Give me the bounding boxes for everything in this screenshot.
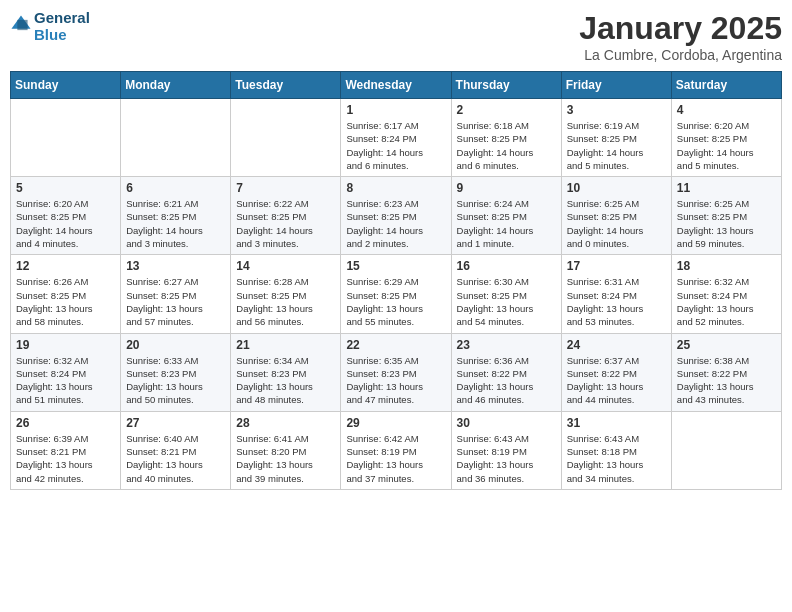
- day-cell: 20Sunrise: 6:33 AMSunset: 8:23 PMDayligh…: [121, 333, 231, 411]
- week-row-1: 1Sunrise: 6:17 AMSunset: 8:24 PMDaylight…: [11, 99, 782, 177]
- day-number: 18: [677, 259, 776, 273]
- day-cell: 6Sunrise: 6:21 AMSunset: 8:25 PMDaylight…: [121, 177, 231, 255]
- day-cell: 17Sunrise: 6:31 AMSunset: 8:24 PMDayligh…: [561, 255, 671, 333]
- day-cell: 9Sunrise: 6:24 AMSunset: 8:25 PMDaylight…: [451, 177, 561, 255]
- week-row-4: 19Sunrise: 6:32 AMSunset: 8:24 PMDayligh…: [11, 333, 782, 411]
- day-info: Sunrise: 6:32 AMSunset: 8:24 PMDaylight:…: [677, 275, 776, 328]
- day-info: Sunrise: 6:20 AMSunset: 8:25 PMDaylight:…: [16, 197, 115, 250]
- day-number: 31: [567, 416, 666, 430]
- day-info: Sunrise: 6:20 AMSunset: 8:25 PMDaylight:…: [677, 119, 776, 172]
- day-number: 14: [236, 259, 335, 273]
- page: General Blue January 2025 La Cumbre, Cor…: [0, 0, 792, 612]
- day-number: 12: [16, 259, 115, 273]
- day-info: Sunrise: 6:26 AMSunset: 8:25 PMDaylight:…: [16, 275, 115, 328]
- day-number: 2: [457, 103, 556, 117]
- day-number: 4: [677, 103, 776, 117]
- day-info: Sunrise: 6:19 AMSunset: 8:25 PMDaylight:…: [567, 119, 666, 172]
- day-info: Sunrise: 6:39 AMSunset: 8:21 PMDaylight:…: [16, 432, 115, 485]
- day-info: Sunrise: 6:21 AMSunset: 8:25 PMDaylight:…: [126, 197, 225, 250]
- day-number: 10: [567, 181, 666, 195]
- day-cell: 14Sunrise: 6:28 AMSunset: 8:25 PMDayligh…: [231, 255, 341, 333]
- day-info: Sunrise: 6:31 AMSunset: 8:24 PMDaylight:…: [567, 275, 666, 328]
- day-cell: 27Sunrise: 6:40 AMSunset: 8:21 PMDayligh…: [121, 411, 231, 489]
- day-cell: 2Sunrise: 6:18 AMSunset: 8:25 PMDaylight…: [451, 99, 561, 177]
- day-cell: 25Sunrise: 6:38 AMSunset: 8:22 PMDayligh…: [671, 333, 781, 411]
- day-cell: 28Sunrise: 6:41 AMSunset: 8:20 PMDayligh…: [231, 411, 341, 489]
- day-number: 6: [126, 181, 225, 195]
- day-number: 23: [457, 338, 556, 352]
- day-cell: 23Sunrise: 6:36 AMSunset: 8:22 PMDayligh…: [451, 333, 561, 411]
- day-info: Sunrise: 6:33 AMSunset: 8:23 PMDaylight:…: [126, 354, 225, 407]
- day-number: 11: [677, 181, 776, 195]
- day-number: 1: [346, 103, 445, 117]
- day-number: 7: [236, 181, 335, 195]
- day-number: 16: [457, 259, 556, 273]
- day-number: 25: [677, 338, 776, 352]
- day-cell: 19Sunrise: 6:32 AMSunset: 8:24 PMDayligh…: [11, 333, 121, 411]
- day-cell: 30Sunrise: 6:43 AMSunset: 8:19 PMDayligh…: [451, 411, 561, 489]
- week-row-3: 12Sunrise: 6:26 AMSunset: 8:25 PMDayligh…: [11, 255, 782, 333]
- day-number: 28: [236, 416, 335, 430]
- day-number: 22: [346, 338, 445, 352]
- day-cell: 31Sunrise: 6:43 AMSunset: 8:18 PMDayligh…: [561, 411, 671, 489]
- day-cell: 29Sunrise: 6:42 AMSunset: 8:19 PMDayligh…: [341, 411, 451, 489]
- day-number: 5: [16, 181, 115, 195]
- day-header-friday: Friday: [561, 72, 671, 99]
- day-info: Sunrise: 6:25 AMSunset: 8:25 PMDaylight:…: [567, 197, 666, 250]
- day-info: Sunrise: 6:28 AMSunset: 8:25 PMDaylight:…: [236, 275, 335, 328]
- day-number: 26: [16, 416, 115, 430]
- calendar-table: SundayMondayTuesdayWednesdayThursdayFrid…: [10, 71, 782, 490]
- title-section: January 2025 La Cumbre, Cordoba, Argenti…: [579, 10, 782, 63]
- day-cell: [671, 411, 781, 489]
- day-cell: 5Sunrise: 6:20 AMSunset: 8:25 PMDaylight…: [11, 177, 121, 255]
- week-row-5: 26Sunrise: 6:39 AMSunset: 8:21 PMDayligh…: [11, 411, 782, 489]
- day-info: Sunrise: 6:42 AMSunset: 8:19 PMDaylight:…: [346, 432, 445, 485]
- day-info: Sunrise: 6:29 AMSunset: 8:25 PMDaylight:…: [346, 275, 445, 328]
- day-cell: 7Sunrise: 6:22 AMSunset: 8:25 PMDaylight…: [231, 177, 341, 255]
- day-number: 24: [567, 338, 666, 352]
- week-row-2: 5Sunrise: 6:20 AMSunset: 8:25 PMDaylight…: [11, 177, 782, 255]
- day-cell: 22Sunrise: 6:35 AMSunset: 8:23 PMDayligh…: [341, 333, 451, 411]
- day-cell: 10Sunrise: 6:25 AMSunset: 8:25 PMDayligh…: [561, 177, 671, 255]
- day-cell: 24Sunrise: 6:37 AMSunset: 8:22 PMDayligh…: [561, 333, 671, 411]
- location: La Cumbre, Cordoba, Argentina: [579, 47, 782, 63]
- days-header-row: SundayMondayTuesdayWednesdayThursdayFrid…: [11, 72, 782, 99]
- day-number: 30: [457, 416, 556, 430]
- day-header-tuesday: Tuesday: [231, 72, 341, 99]
- day-cell: 18Sunrise: 6:32 AMSunset: 8:24 PMDayligh…: [671, 255, 781, 333]
- day-info: Sunrise: 6:18 AMSunset: 8:25 PMDaylight:…: [457, 119, 556, 172]
- day-cell: [231, 99, 341, 177]
- day-number: 9: [457, 181, 556, 195]
- day-number: 21: [236, 338, 335, 352]
- day-info: Sunrise: 6:25 AMSunset: 8:25 PMDaylight:…: [677, 197, 776, 250]
- logo-text: General Blue: [34, 10, 90, 43]
- day-cell: 21Sunrise: 6:34 AMSunset: 8:23 PMDayligh…: [231, 333, 341, 411]
- day-info: Sunrise: 6:24 AMSunset: 8:25 PMDaylight:…: [457, 197, 556, 250]
- logo-icon: [10, 14, 32, 36]
- day-info: Sunrise: 6:37 AMSunset: 8:22 PMDaylight:…: [567, 354, 666, 407]
- day-number: 15: [346, 259, 445, 273]
- day-cell: [11, 99, 121, 177]
- day-number: 19: [16, 338, 115, 352]
- day-info: Sunrise: 6:27 AMSunset: 8:25 PMDaylight:…: [126, 275, 225, 328]
- day-header-saturday: Saturday: [671, 72, 781, 99]
- day-header-monday: Monday: [121, 72, 231, 99]
- day-cell: 11Sunrise: 6:25 AMSunset: 8:25 PMDayligh…: [671, 177, 781, 255]
- day-cell: 13Sunrise: 6:27 AMSunset: 8:25 PMDayligh…: [121, 255, 231, 333]
- day-info: Sunrise: 6:34 AMSunset: 8:23 PMDaylight:…: [236, 354, 335, 407]
- day-number: 17: [567, 259, 666, 273]
- day-info: Sunrise: 6:43 AMSunset: 8:19 PMDaylight:…: [457, 432, 556, 485]
- day-header-sunday: Sunday: [11, 72, 121, 99]
- day-number: 29: [346, 416, 445, 430]
- day-cell: 12Sunrise: 6:26 AMSunset: 8:25 PMDayligh…: [11, 255, 121, 333]
- svg-marker-1: [17, 19, 27, 29]
- day-info: Sunrise: 6:43 AMSunset: 8:18 PMDaylight:…: [567, 432, 666, 485]
- day-number: 8: [346, 181, 445, 195]
- day-cell: 8Sunrise: 6:23 AMSunset: 8:25 PMDaylight…: [341, 177, 451, 255]
- logo: General Blue: [10, 10, 90, 43]
- day-header-wednesday: Wednesday: [341, 72, 451, 99]
- day-number: 3: [567, 103, 666, 117]
- day-info: Sunrise: 6:23 AMSunset: 8:25 PMDaylight:…: [346, 197, 445, 250]
- day-info: Sunrise: 6:36 AMSunset: 8:22 PMDaylight:…: [457, 354, 556, 407]
- day-number: 27: [126, 416, 225, 430]
